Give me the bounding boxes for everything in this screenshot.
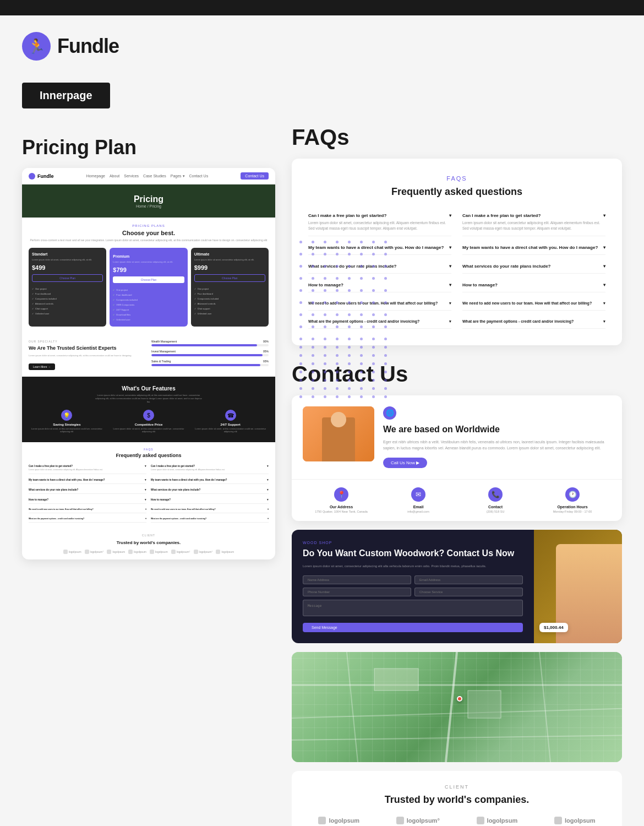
dot	[312, 277, 314, 280]
faqs-title: FAQs	[292, 125, 622, 150]
contact-card: 🌐 We are based on Worldwide Eger est nib…	[292, 395, 622, 521]
message-input[interactable]	[303, 600, 523, 616]
bar-invest: Invest Management95%	[151, 350, 269, 356]
dot	[348, 395, 351, 398]
dot	[312, 313, 314, 316]
dot	[299, 362, 302, 365]
dot	[384, 379, 387, 382]
dot	[299, 346, 302, 349]
send-btn[interactable]: Send Message	[303, 623, 523, 632]
trusted-small-section: CLIENT Trusted by world's companies. log…	[22, 528, 275, 559]
dot	[299, 301, 302, 304]
dot	[336, 371, 339, 373]
plan-standard: Standart Lorem ipsum dolor sit amet, con…	[29, 248, 106, 327]
dot	[336, 253, 339, 256]
name-input[interactable]	[303, 575, 411, 584]
plan-standard-feat-2: Four dashboard	[32, 291, 103, 296]
faq-item-4: My team wants to have a direct chat with…	[151, 476, 269, 484]
plan-standard-desc: Lorem ipsum dolor sit amet, consectetur …	[32, 258, 103, 261]
dot	[372, 362, 375, 365]
dot	[299, 354, 302, 357]
dot	[348, 277, 351, 280]
plan-ultimate-btn[interactable]: Choose Plan	[194, 274, 265, 282]
nav-link-5: Pages ▾	[171, 174, 185, 178]
phone-input[interactable]	[303, 588, 411, 596]
dot	[324, 301, 326, 304]
dot	[372, 395, 375, 398]
dot	[348, 362, 351, 365]
dot	[348, 346, 351, 349]
plan-premium-name: Premium	[113, 254, 184, 258]
plan-standard-btn[interactable]: Choose Plan	[32, 274, 103, 282]
dot	[312, 265, 314, 268]
dot	[384, 362, 387, 365]
dot	[384, 325, 387, 328]
dot	[312, 354, 314, 357]
contact-cta-btn[interactable]: Call Us Now ▶	[383, 458, 427, 468]
svg-line-1	[292, 707, 622, 718]
logo-item-s-2: logolpsum°	[85, 550, 104, 554]
dot	[360, 362, 363, 365]
trusted-logo-1: logolpsum	[318, 817, 359, 824]
faq-item-7: How to manage? ▾	[29, 496, 146, 504]
dot	[312, 338, 314, 340]
hours-value: Monday-Friday 09:00 - 17:00	[534, 510, 611, 513]
feature-saving-name: Saving Strategies	[29, 423, 105, 426]
service-input[interactable]	[414, 588, 523, 596]
feature-support: ☎ 24/7 Support Lorem ipsum dolor sit ame…	[192, 410, 269, 433]
dot	[312, 253, 314, 256]
pricing-plans-label: PRICING PLANS	[29, 224, 269, 227]
dot	[312, 289, 314, 292]
plan-premium-feat-2: Four dashboard	[113, 292, 184, 297]
faq-item-10: We need to add new users to our team. Ho…	[151, 506, 269, 513]
plan-premium-btn[interactable]: Choose Plan	[113, 276, 184, 283]
contact-address: 📍 Our Address 1750 Quaker, 1004 Near Tan…	[303, 487, 380, 513]
contact-top: 🌐 We are based on Worldwide Eger est nib…	[292, 395, 622, 480]
nav-link-4: Case Studies	[143, 174, 166, 178]
faq-main-item-6: What services do your rate plans include…	[462, 259, 605, 274]
features-dark-desc: Lorem ipsum dolor sit amet, consectetur …	[94, 394, 204, 403]
faq-item-6: What services do your rate plans include…	[151, 486, 269, 494]
preview-logo-icon	[29, 173, 35, 180]
dot	[360, 395, 363, 398]
faq-item-11: What are the payment options - credit ca…	[29, 515, 146, 523]
logos-row-1: logolpsum logolpsum° logolpsum logolpsum	[303, 817, 611, 824]
dot	[372, 354, 375, 357]
dot	[372, 253, 375, 256]
dot	[312, 371, 314, 373]
bar-wealth-track	[151, 344, 269, 346]
woodwork-form: WOOD SHOP Do You Want Custom Woodwork? C…	[292, 530, 534, 643]
dot	[336, 354, 339, 357]
dot	[324, 265, 326, 268]
support-icon: ☎	[225, 410, 236, 421]
dot	[360, 289, 363, 292]
dot	[336, 265, 339, 268]
dot	[348, 301, 351, 304]
pricing-plans-title: Choose your best.	[29, 230, 269, 236]
email-input[interactable]	[414, 575, 523, 584]
learn-more-btn[interactable]: Learn More →	[29, 363, 55, 370]
header: 🏃 Fundle	[22, 15, 622, 72]
dot	[360, 253, 363, 256]
dot	[299, 289, 302, 292]
bar-invest-fill	[151, 354, 263, 356]
dot	[324, 395, 326, 398]
faq-main-item-8: How to manage? ▾	[462, 278, 605, 292]
trusted-big-title: Trusted by world's companies.	[303, 794, 611, 806]
dot	[324, 277, 326, 280]
dot	[372, 277, 375, 280]
contact-email: ✉ Email info@gmail.com	[380, 487, 457, 513]
plan-ultimate-feat-4: Advanced controls	[194, 301, 265, 306]
pricing-plan-header: Pricing Plan	[22, 136, 275, 159]
dot	[299, 313, 302, 316]
dot	[312, 346, 314, 349]
dot	[384, 253, 387, 256]
dot	[324, 346, 326, 349]
preview-contact-btn[interactable]: Contact Us	[241, 172, 269, 180]
logo-item-s-4: logolpsum	[128, 550, 146, 554]
dot-grid-decoration: // Generate dot grid document.addEventLi…	[299, 241, 391, 398]
faq-small-label: FAQS	[29, 448, 269, 451]
innerpage-btn[interactable]: Innerpage	[22, 83, 110, 108]
pricing-plans-section: PRICING PLANS Choose your best. Perform …	[22, 218, 275, 333]
dot	[360, 313, 363, 316]
